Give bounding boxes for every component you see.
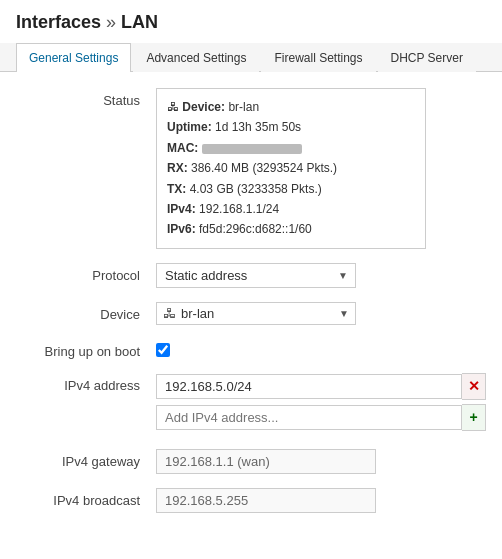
device-row: Device 🖧 br-lan ▼ [16, 302, 486, 325]
ipv4-broadcast-control [156, 488, 486, 513]
status-ipv6: IPv6: fd5d:296c:d682::1/60 [167, 219, 415, 239]
status-row: Status 🖧 Device: br-lan Uptime: 1d 13h 3… [16, 88, 486, 249]
protocol-select[interactable]: Static address DHCP client Unmanaged [156, 263, 356, 288]
status-mac: MAC: [167, 138, 415, 158]
status-device-value: br-lan [228, 100, 259, 114]
tab-general[interactable]: General Settings [16, 43, 131, 72]
protocol-control: Static address DHCP client Unmanaged ▼ [156, 263, 486, 288]
ipv4-add-row: + [156, 404, 486, 431]
rx-value: 386.40 MB (3293524 Pkts.) [191, 161, 337, 175]
ipv4-remove-button[interactable]: ✕ [462, 373, 486, 400]
device-control: 🖧 br-lan ▼ [156, 302, 486, 325]
tab-firewall[interactable]: Firewall Settings [261, 43, 375, 72]
device-label: Device [16, 302, 156, 322]
device-select-icon: 🖧 [163, 306, 176, 321]
form-content: Status 🖧 Device: br-lan Uptime: 1d 13h 3… [0, 72, 502, 543]
status-ipv4: IPv4: 192.168.1.1/24 [167, 199, 415, 219]
bring-up-control [156, 339, 486, 357]
status-device-line: 🖧 Device: br-lan [167, 97, 415, 117]
ipv4-address-entry: ✕ [156, 373, 486, 400]
protocol-label: Protocol [16, 263, 156, 283]
protocol-row: Protocol Static address DHCP client Unma… [16, 263, 486, 288]
ipv4-broadcast-row: IPv4 broadcast [16, 488, 486, 513]
device-caret-icon: ▼ [339, 308, 349, 319]
tx-label: TX: [167, 182, 186, 196]
ipv4-address-input[interactable] [156, 374, 462, 399]
ipv4-status-value: 192.168.1.1/24 [199, 202, 279, 216]
uptime-value: 1d 13h 35m 50s [215, 120, 301, 134]
status-box: 🖧 Device: br-lan Uptime: 1d 13h 35m 50s … [156, 88, 426, 249]
status-uptime: Uptime: 1d 13h 35m 50s [167, 117, 415, 137]
status-device-label: Device: [182, 100, 225, 114]
tab-dhcp[interactable]: DHCP Server [378, 43, 476, 72]
bring-up-checkbox[interactable] [156, 343, 170, 357]
device-select-wrapper[interactable]: 🖧 br-lan ▼ [156, 302, 356, 325]
ipv4-broadcast-label: IPv4 broadcast [16, 488, 156, 508]
ipv4-broadcast-input[interactable] [156, 488, 376, 513]
ipv4-status-label: IPv4: [167, 202, 196, 216]
page-header: Interfaces » LAN [0, 0, 502, 33]
ipv4-gateway-control [156, 449, 486, 474]
ipv6-label: IPv6: [167, 222, 196, 236]
tab-bar: General Settings Advanced Settings Firew… [0, 43, 502, 72]
bring-up-label: Bring up on boot [16, 339, 156, 359]
ipv4-address-control: ✕ + [156, 373, 486, 435]
mac-value-blurred [202, 144, 302, 154]
mac-label: MAC: [167, 141, 198, 155]
ipv4-address-row: IPv4 address ✕ + [16, 373, 486, 435]
protocol-select-wrapper: Static address DHCP client Unmanaged ▼ [156, 263, 356, 288]
ipv4-gateway-input[interactable] [156, 449, 376, 474]
ipv6-value: fd5d:296c:d682::1/60 [199, 222, 312, 236]
status-label: Status [16, 88, 156, 108]
status-control: 🖧 Device: br-lan Uptime: 1d 13h 35m 50s … [156, 88, 486, 249]
status-tx: TX: 4.03 GB (3233358 Pkts.) [167, 179, 415, 199]
tx-value: 4.03 GB (3233358 Pkts.) [190, 182, 322, 196]
page-title: Interfaces » LAN [16, 12, 486, 33]
device-select-text: br-lan [181, 306, 331, 321]
uptime-label: Uptime: [167, 120, 212, 134]
rx-label: RX: [167, 161, 188, 175]
ipv4-gateway-label: IPv4 gateway [16, 449, 156, 469]
ipv4-add-input[interactable] [156, 405, 462, 430]
device-icon: 🖧 [167, 100, 179, 114]
ipv4-gateway-row: IPv4 gateway [16, 449, 486, 474]
status-rx: RX: 386.40 MB (3293524 Pkts.) [167, 158, 415, 178]
ipv4-address-label: IPv4 address [16, 373, 156, 393]
bring-up-row: Bring up on boot [16, 339, 486, 359]
ipv4-add-button[interactable]: + [462, 404, 486, 431]
tab-advanced[interactable]: Advanced Settings [133, 43, 259, 72]
